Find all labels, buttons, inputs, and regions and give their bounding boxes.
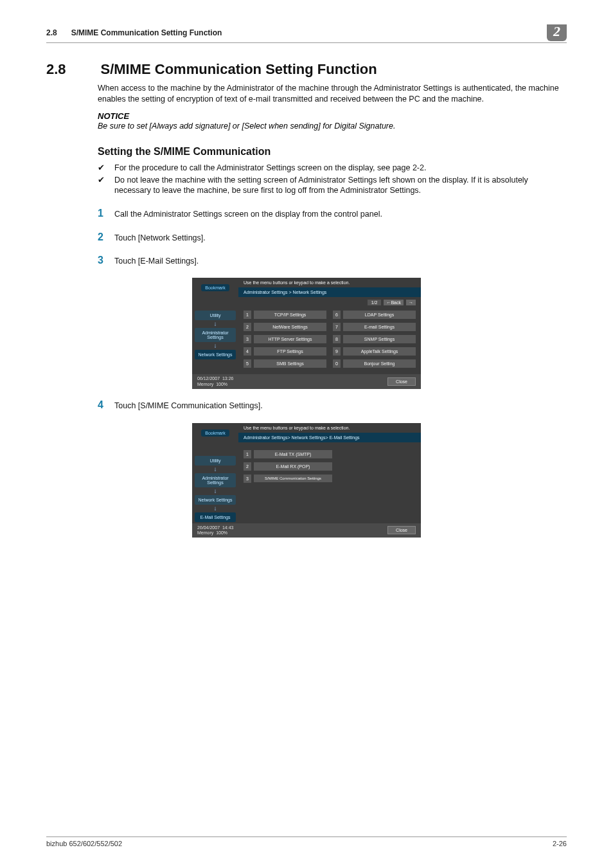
check-icon: ✔ [98, 163, 114, 174]
sidebar-item-email-settings[interactable]: E-Mail Settings [195, 512, 236, 522]
chevron-down-icon: ↓ [214, 343, 217, 348]
step-number: 2 [98, 230, 114, 244]
ui-screenshot-network-settings: Bookmark Utility ↓ Administrator Setting… [192, 278, 421, 389]
chevron-down-icon: ↓ [214, 467, 217, 472]
step-text: Call the Administrator Settings screen o… [114, 209, 382, 221]
menu-item-snmp[interactable]: 8SNMP Settings [333, 335, 416, 343]
checklist-text: For the procedure to call the Administra… [114, 163, 426, 174]
ui-screenshot-email-settings: Bookmark Utility ↓ Administrator Setting… [192, 423, 421, 538]
footer-model: bizhub 652/602/552/502 [46, 840, 122, 847]
step-row: 1 Call the Administrator Settings screen… [98, 206, 567, 221]
step-row: 2 Touch [Network Settings]. [98, 230, 567, 244]
menu-item-http[interactable]: 3HTTP Server Settings [244, 335, 326, 343]
breadcrumb: Administrator Settings > Network Setting… [238, 287, 421, 297]
section-number: 2.8 [46, 61, 98, 78]
checklist-item: ✔ Do not leave the machine with the sett… [98, 175, 567, 197]
check-icon: ✔ [98, 175, 114, 197]
step-number: 1 [98, 206, 114, 221]
bookmark-tab[interactable]: Bookmark [201, 429, 229, 437]
chevron-down-icon: ↓ [214, 506, 217, 511]
bookmark-tab[interactable]: Bookmark [201, 284, 229, 291]
page-indicator: 1/2 [368, 300, 382, 305]
page-footer: bizhub 652/602/552/502 2-26 [46, 836, 567, 847]
step-text: Touch [Network Settings]. [114, 233, 206, 244]
footer-status: 06/12/2007 13:26 Memory 100% [197, 376, 233, 387]
chevron-down-icon: ↓ [214, 321, 217, 327]
close-button[interactable]: Close [387, 526, 416, 534]
step-row: 4 Touch [S/MIME Communication Settings]. [98, 398, 567, 412]
menu-item-ldap[interactable]: 6LDAP Settings [333, 311, 416, 319]
intro-paragraph: When access to the machine by the Admini… [98, 83, 567, 105]
menu-item-tcpip[interactable]: 1TCP/IP Settings [244, 311, 326, 319]
sidebar-item-admin-settings[interactable]: Administrator Settings [195, 473, 236, 487]
notice-label: NOTICE [98, 111, 567, 121]
sidebar-item-network-settings[interactable]: Network Settings [195, 495, 236, 505]
chapter-badge: 2 [547, 24, 567, 41]
menu-item-email[interactable]: 7E-mail Settings [333, 323, 416, 331]
menu-item-smb[interactable]: 5SMB Settings [244, 359, 326, 368]
section-title: S/MIME Communication Setting Function [100, 61, 377, 77]
step-text: Touch [E-Mail Settings]. [114, 256, 199, 267]
menu-item-smime[interactable]: 3S/MIME Communication Settings [244, 475, 332, 483]
step-row: 3 Touch [E-Mail Settings]. [98, 253, 567, 267]
sidebar-item-utility[interactable]: Utility [195, 456, 236, 466]
checklist-item: ✔ For the procedure to call the Administ… [98, 163, 567, 174]
step-text: Touch [S/MIME Communication Settings]. [114, 401, 263, 412]
menu-item-email-rx[interactable]: 2E-Mail RX (POP) [244, 462, 332, 471]
sidebar-item-network-settings[interactable]: Network Settings [195, 350, 236, 359]
menu-item-appletalk[interactable]: 9AppleTalk Settings [333, 347, 416, 356]
menu-item-bonjour[interactable]: 0Bonjour Setting [333, 359, 416, 368]
forward-button[interactable]: → [406, 300, 416, 305]
menu-item-netware[interactable]: 2NetWare Settings [244, 323, 326, 331]
chevron-down-icon: ↓ [214, 489, 217, 494]
footer-status: 26/04/2007 14:43 Memory 100% [197, 525, 233, 536]
sidebar-item-admin-settings[interactable]: Administrator Settings [195, 328, 236, 342]
subsection-title: Setting the S/MIME Communication [98, 146, 567, 158]
checklist-text: Do not leave the machine with the settin… [114, 175, 567, 197]
running-header: 2.8 S/MIME Communication Setting Functio… [46, 24, 567, 43]
back-button[interactable]: ←Back [384, 300, 404, 305]
step-number: 4 [98, 398, 114, 412]
header-section-number: 2.8 [46, 28, 71, 37]
menu-item-ftp[interactable]: 4FTP Settings [244, 347, 326, 356]
breadcrumb: Administrator Settings> Network Settings… [238, 433, 421, 442]
instruction-text: Use the menu buttons or keypad to make a… [238, 423, 421, 433]
step-number: 3 [98, 253, 114, 267]
close-button[interactable]: Close [387, 377, 416, 386]
sidebar-item-utility[interactable]: Utility [195, 311, 236, 320]
footer-page-number: 2-26 [553, 840, 567, 847]
header-section-title: S/MIME Communication Setting Function [71, 28, 547, 37]
instruction-text: Use the menu buttons or keypad to make a… [238, 278, 421, 287]
notice-text: Be sure to set [Always add signature] or… [98, 121, 567, 132]
menu-item-email-tx[interactable]: 1E-Mail TX (SMTP) [244, 450, 332, 458]
